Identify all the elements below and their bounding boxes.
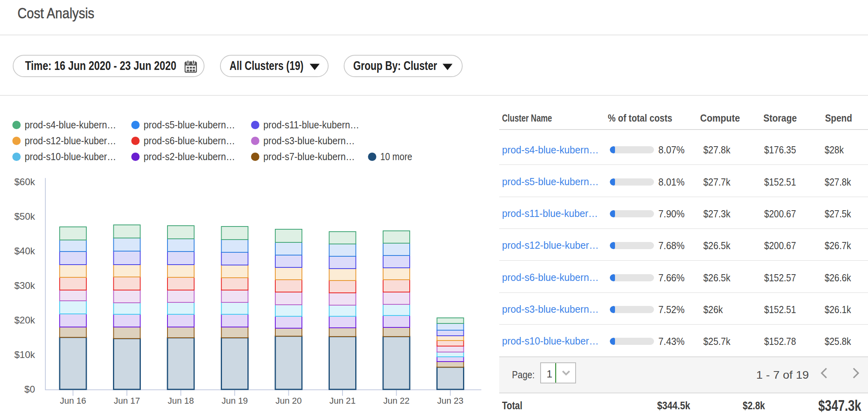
svg-text:$20k: $20k [14, 315, 35, 325]
svg-text:Jun 22: Jun 22 [383, 396, 409, 406]
svg-text:$60k: $60k [14, 176, 35, 187]
svg-text:Jun 18: Jun 18 [167, 396, 194, 406]
svg-text:$0: $0 [24, 384, 35, 395]
svg-text:$30k: $30k [14, 280, 35, 291]
svg-text:Jun 20: Jun 20 [275, 396, 302, 406]
svg-text:Jun 21: Jun 21 [329, 396, 356, 406]
svg-text:$10k: $10k [14, 349, 35, 360]
svg-text:$50k: $50k [14, 211, 35, 222]
svg-text:$40k: $40k [14, 246, 35, 256]
svg-text:Jun 19: Jun 19 [222, 396, 248, 406]
svg-text:Jun 16: Jun 16 [60, 396, 86, 406]
svg-text:Jun 17: Jun 17 [114, 396, 140, 406]
svg-text:Jun 23: Jun 23 [437, 396, 463, 406]
